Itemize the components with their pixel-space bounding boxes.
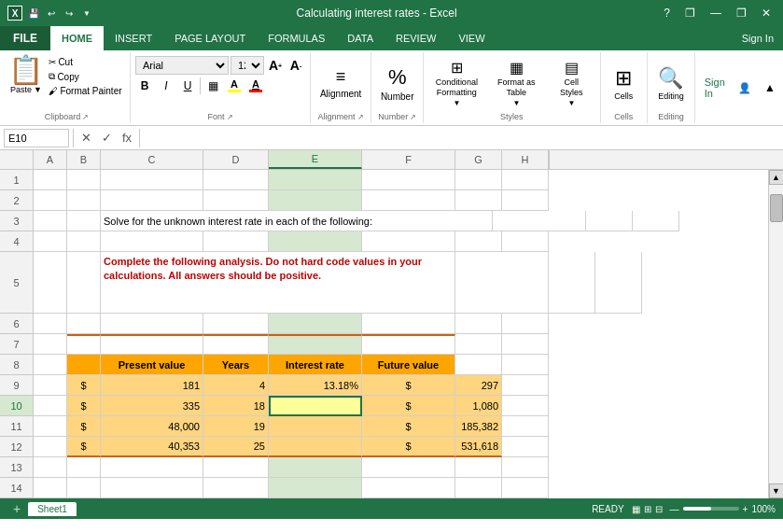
cell-g13[interactable] [455, 457, 502, 478]
cell-a6[interactable] [34, 314, 67, 334]
cell-f8[interactable]: Future value [362, 355, 455, 375]
alignment-button[interactable]: ≡ Alignment [316, 56, 365, 110]
cell-g4[interactable] [455, 231, 502, 252]
cell-e9[interactable]: 13.18% [269, 375, 362, 396]
row-num-3[interactable]: 3 [0, 211, 33, 231]
cell-a9[interactable] [34, 375, 67, 396]
row-num-6[interactable]: 6 [0, 314, 33, 334]
tab-view[interactable]: VIEW [447, 26, 496, 50]
restore-button[interactable]: ❐ [680, 5, 700, 21]
cell-f10[interactable]: $ [362, 396, 455, 416]
cell-h1[interactable] [502, 170, 549, 190]
cell-a8[interactable] [34, 355, 67, 375]
clipboard-expand-icon[interactable]: ↗ [82, 113, 89, 121]
col-header-c[interactable]: C [101, 150, 203, 169]
cell-g14[interactable] [455, 478, 502, 498]
cell-c12[interactable]: 40,353 [101, 437, 203, 457]
cell-f1[interactable] [362, 170, 455, 190]
maximize-button[interactable]: ❐ [732, 5, 751, 21]
confirm-formula-button[interactable]: ✓ [98, 131, 115, 145]
fill-color-button[interactable]: A [225, 77, 244, 95]
cell-d11[interactable]: 19 [203, 416, 269, 437]
cell-c8[interactable]: Present value [101, 355, 203, 375]
cell-d14[interactable] [203, 478, 269, 498]
cell-b7[interactable] [67, 334, 101, 355]
cell-b14[interactable] [67, 478, 101, 498]
page-break-view-button[interactable]: ⊟ [655, 504, 663, 514]
scroll-thumb[interactable] [770, 194, 783, 222]
col-header-g[interactable]: G [455, 150, 502, 169]
row-num-10[interactable]: 10 [0, 396, 33, 416]
cell-e13[interactable] [269, 457, 362, 478]
cell-h10[interactable]: 1,080 [455, 396, 502, 416]
cell-g12b[interactable] [502, 437, 549, 457]
copy-button[interactable]: ⧉ Copy [46, 70, 124, 83]
format-as-table-button[interactable]: ▦ Format as Table ▼ [488, 56, 544, 110]
cell-g10b[interactable] [502, 396, 549, 416]
cell-f11[interactable]: $ [362, 416, 455, 437]
cell-g6[interactable] [455, 314, 502, 334]
cell-c11[interactable]: 48,000 [101, 416, 203, 437]
qa-dropdown-icon[interactable]: ▼ [79, 6, 94, 21]
cell-c14[interactable] [101, 478, 203, 498]
cut-button[interactable]: ✂ Cut [46, 56, 124, 68]
vertical-scrollbar[interactable]: ▲ ▼ [768, 170, 783, 498]
cell-h6[interactable] [502, 314, 549, 334]
cell-e14[interactable] [269, 478, 362, 498]
cell-h12[interactable]: 531,618 [455, 437, 502, 457]
row-num-9[interactable]: 9 [0, 375, 33, 396]
cell-d10[interactable]: 18 [203, 396, 269, 416]
col-header-b[interactable]: B [67, 150, 101, 169]
undo-icon[interactable]: ↩ [44, 6, 59, 21]
paste-button[interactable]: 📋 [8, 56, 43, 84]
cell-a11[interactable] [34, 416, 67, 437]
cell-g11b[interactable] [502, 416, 549, 437]
row-num-8[interactable]: 8 [0, 355, 33, 375]
cell-c9[interactable]: 181 [101, 375, 203, 396]
insert-function-button[interactable]: fx [119, 131, 135, 145]
cell-f12[interactable]: $ [362, 437, 455, 457]
help-button[interactable]: ? [659, 5, 675, 21]
cell-f2[interactable] [362, 190, 455, 211]
col-header-e[interactable]: E [269, 150, 362, 169]
alignment-expand-icon[interactable]: ↗ [357, 113, 364, 121]
font-expand-icon[interactable]: ↗ [227, 113, 233, 121]
cell-d8[interactable]: Years [203, 355, 269, 375]
cell-e6[interactable] [269, 314, 362, 334]
cell-b4[interactable] [67, 231, 101, 252]
cell-b3[interactable] [67, 211, 101, 231]
cell-h4[interactable] [502, 231, 549, 252]
row-num-11[interactable]: 11 [0, 416, 33, 437]
sheet-tab-sheet1[interactable]: Sheet1 [28, 502, 77, 516]
conditional-dropdown-icon[interactable]: ▼ [453, 99, 460, 107]
cell-d9[interactable]: 4 [203, 375, 269, 396]
cell-e10[interactable] [269, 396, 362, 416]
cell-e8[interactable]: Interest rate [269, 355, 362, 375]
tab-review[interactable]: REVIEW [385, 26, 447, 50]
cell-h9[interactable]: 297 [455, 375, 502, 396]
add-sheet-button[interactable]: + [7, 501, 26, 516]
cell-h14[interactable] [502, 478, 549, 498]
cell-g3[interactable] [586, 211, 633, 231]
minimize-button[interactable]: — [706, 5, 726, 21]
tab-file[interactable]: FILE [0, 26, 50, 50]
tab-data[interactable]: DATA [336, 26, 385, 50]
font-color-button[interactable]: A [246, 77, 265, 95]
cell-d1[interactable] [203, 170, 269, 190]
tab-insert[interactable]: INSERT [104, 26, 163, 50]
tab-home[interactable]: HOME [50, 26, 104, 50]
zoom-in-button[interactable]: + [743, 504, 748, 514]
formula-input[interactable] [144, 129, 779, 147]
editing-button[interactable]: 🔍 Editing [653, 56, 689, 110]
cell-h11[interactable]: 185,382 [455, 416, 502, 437]
cell-c4[interactable] [101, 231, 203, 252]
cell-g1[interactable] [455, 170, 502, 190]
cell-a10[interactable] [34, 396, 67, 416]
col-header-h[interactable]: H [502, 150, 549, 169]
format-painter-button[interactable]: 🖌 Format Painter [46, 85, 124, 97]
cell-d6[interactable] [203, 314, 269, 334]
cell-f4[interactable] [362, 231, 455, 252]
sign-in-button[interactable]: Sign In [733, 26, 783, 50]
cell-e4[interactable] [269, 231, 362, 252]
row-num-1[interactable]: 1 [0, 170, 33, 190]
